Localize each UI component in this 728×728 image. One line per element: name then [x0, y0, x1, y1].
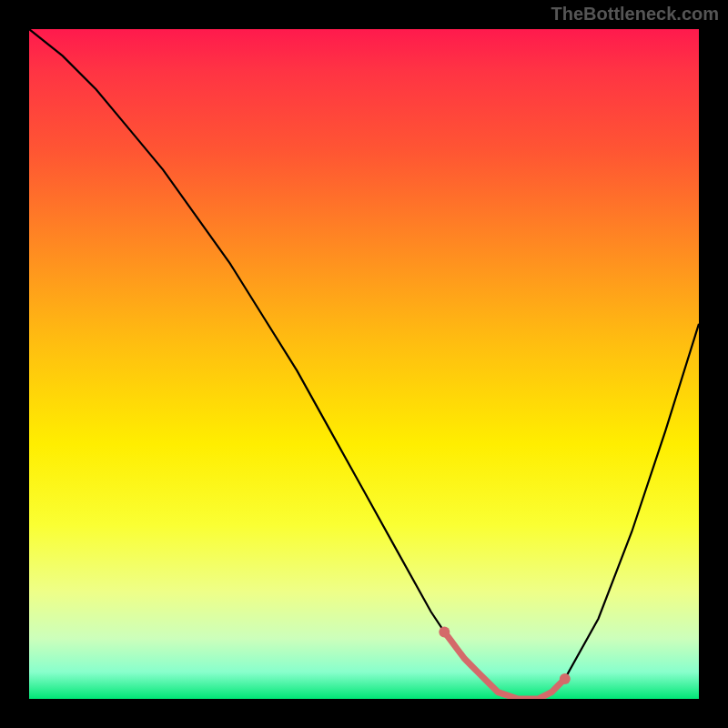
optimal-zone-end-dot: [560, 673, 571, 684]
optimal-zone-segment: [444, 632, 565, 699]
bottleneck-curve-line: [29, 29, 699, 699]
chart-plot-area: [29, 29, 699, 699]
optimal-zone-start-dot: [439, 626, 450, 637]
chart-svg: [29, 29, 699, 699]
watermark-text: TheBottleneck.com: [551, 4, 719, 25]
